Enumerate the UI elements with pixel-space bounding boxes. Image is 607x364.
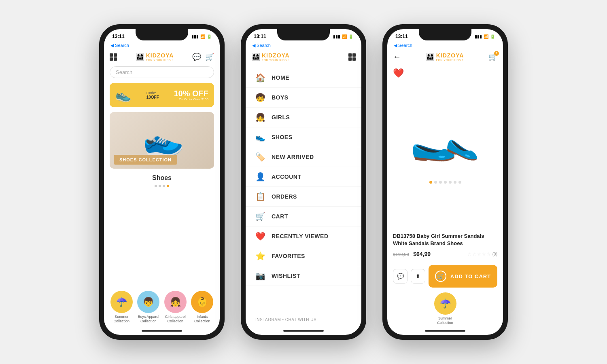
- grid-icon-1[interactable]: [110, 53, 117, 61]
- menu-item-cart[interactable]: 🛒 CART: [246, 207, 361, 226]
- category-label-boys: Boys ApparelCollection: [138, 315, 159, 324]
- category-circle-summer-3: ☂️: [434, 292, 456, 315]
- category-label-summer-3: SummerCollection: [437, 316, 453, 325]
- menu-label-orders: ORDERS: [272, 193, 297, 200]
- search-bar-1[interactable]: Search: [110, 66, 214, 78]
- dot-4-active: [167, 185, 169, 187]
- favorites-icon: ⭐: [255, 251, 265, 261]
- logo-people-icon: 👨‍👩‍👧: [136, 53, 144, 61]
- logo-tagline-3: FOR YOUR KIDS !: [436, 59, 464, 61]
- cart-badge: 1: [494, 51, 499, 56]
- logo-tagline-1: FOR YOUR KIDS !: [146, 59, 174, 61]
- menu-label-favorites: FAVORITES: [272, 253, 305, 259]
- menu-item-account[interactable]: 👤 ACCOUNT: [246, 167, 361, 187]
- menu-item-favorites[interactable]: ⭐ FAVORITES: [246, 246, 361, 266]
- chat-action-btn[interactable]: 💬: [393, 269, 407, 284]
- back-bar-2[interactable]: ◀ Search: [246, 42, 361, 50]
- menu-label-new-arrived: NEW ARRIVED: [272, 154, 314, 160]
- menu-item-girls[interactable]: 👧 GIRLS: [246, 108, 361, 127]
- heart-button[interactable]: ❤️: [393, 68, 404, 78]
- category-boys[interactable]: 👦 Boys ApparelCollection: [135, 291, 162, 324]
- phone-3: 13:11 ▮▮▮ 📶 🔋 ◀ Search ← 👨‍👩‍👧 KIDZOYA: [382, 24, 508, 340]
- wifi-icon: 📶: [200, 34, 205, 39]
- star-3: ☆: [477, 252, 481, 257]
- home-indicator-1: [104, 327, 220, 335]
- chat-icon[interactable]: 💬: [192, 53, 201, 61]
- signal-icon: ▮▮▮: [191, 34, 199, 39]
- banner-code-label: Code:: [146, 91, 159, 95]
- new-arrived-icon: 🏷️: [255, 152, 265, 162]
- img-dot-6: [454, 181, 456, 184]
- category-label-summer: SummerCollection: [113, 315, 129, 324]
- menu-item-new-arrived[interactable]: 🏷️ NEW ARRIVED: [246, 147, 361, 167]
- price-new: $64,99: [413, 251, 431, 257]
- menu-item-orders[interactable]: 📋 ORDERS: [246, 187, 361, 207]
- reviews-count: (0): [492, 252, 497, 256]
- menu-label-account: ACCOUNT: [272, 174, 301, 180]
- category-girls[interactable]: 👧 Girls apparelCollection: [162, 291, 189, 324]
- status-icons-3: ▮▮▮ 📶 🔋: [475, 34, 495, 39]
- star-4: ☆: [482, 252, 486, 257]
- dot-1: [155, 185, 157, 187]
- menu-label-girls: GIRLS: [272, 114, 290, 121]
- price-section: $110,99 $64,99: [393, 250, 431, 258]
- category-summer[interactable]: ☂️ SummerCollection: [108, 291, 135, 324]
- product-image: 🥿 🥿: [405, 109, 486, 178]
- menu-item-shoes[interactable]: 👟 SHOES: [246, 127, 361, 147]
- product-header: ← 👨‍👩‍👧 KIDZOYA FOR YOUR KIDS ! 🛒 1: [387, 50, 503, 64]
- category-circle-infants: 👶: [191, 291, 213, 313]
- back-bar-1[interactable]: ◀ Search: [104, 42, 220, 50]
- star-2: ☆: [472, 252, 476, 257]
- section-title-1: Shoes: [104, 174, 220, 182]
- category-infants[interactable]: 👶 InfantsCollection: [189, 291, 216, 324]
- phone-1: 13:11 ▮▮▮ 📶 🔋 ◀ Search 👨‍👩‍👧: [99, 24, 225, 340]
- phone-2: 13:11 ▮▮▮ 📶 🔋 ◀ Search 👨‍👩‍👧 KIDZOYA FOR: [241, 24, 366, 340]
- product-actions: 💬 ⬆ 🛒 ADD TO CART: [387, 262, 503, 291]
- menu-label-cart: CART: [272, 213, 288, 220]
- menu-label-recently-viewed: RECENTLY VIEWED: [272, 233, 329, 239]
- cart-icon-1[interactable]: 🛒: [205, 53, 214, 61]
- menu-item-recently-viewed[interactable]: ❤️ RECENTLY VIEWED: [246, 226, 361, 246]
- add-to-cart-button[interactable]: 🛒 ADD TO CART: [429, 265, 497, 288]
- menu-item-home[interactable]: 🏠 HOME: [246, 68, 361, 88]
- menu-label-shoes: SHOES: [272, 134, 293, 140]
- notch-3: [419, 29, 471, 40]
- orders-icon: 📋: [255, 192, 265, 201]
- img-dot-2: [434, 181, 437, 184]
- logo-tagline-2: FOR YOUR KIDS !: [262, 59, 290, 61]
- logo-1: 👨‍👩‍👧 KIDZOYA FOR YOUR KIDS !: [136, 52, 174, 61]
- share-action-btn[interactable]: ⬆: [411, 269, 425, 284]
- stars-area: ☆ ☆ ☆ ☆ ☆ (0): [467, 252, 497, 257]
- battery-icon-2: 🔋: [348, 34, 353, 39]
- category-circle-boys: 👦: [137, 291, 159, 313]
- dot-3: [163, 185, 165, 187]
- logo-2: 👨‍👩‍👧 KIDZOYA FOR YOUR KIDS !: [251, 52, 290, 61]
- boys-icon: 🧒: [255, 93, 265, 102]
- menu-label-boys: BOYS: [272, 94, 289, 101]
- promo-banner-1: 👟 Code: 10OFF 10% OFF On Order Over $100: [110, 83, 214, 107]
- logo-name-3: KIDZOYA: [436, 52, 464, 59]
- grid-icon-2[interactable]: [348, 53, 356, 61]
- category-summer-3[interactable]: ☂️ SummerCollection: [391, 292, 499, 325]
- banner-desc: On Order Over $100: [174, 97, 208, 101]
- category-label-infants: InfantsCollection: [194, 315, 210, 324]
- menu-label-home: HOME: [272, 74, 289, 81]
- notch-1: [136, 29, 188, 40]
- wishlist-icon: 📷: [255, 271, 265, 281]
- category-row-1: ☂️ SummerCollection 👦 Boys ApparelCollec…: [104, 288, 220, 327]
- back-button[interactable]: ←: [393, 52, 401, 61]
- banner-discount: 10% OFF: [174, 89, 208, 97]
- product-info: DB13758 Baby Girl Summer Sandals White S…: [387, 229, 503, 262]
- battery-icon-3: 🔋: [490, 34, 495, 39]
- menu-item-wishlist[interactable]: 📷 WISHLIST: [246, 266, 361, 286]
- cart-menu-icon: 🛒: [255, 212, 265, 221]
- back-bar-3[interactable]: ◀ Search: [387, 42, 503, 50]
- status-icons-1: ▮▮▮ 📶 🔋: [191, 34, 212, 39]
- hero-label-1[interactable]: SHOES COLLECTION: [114, 155, 177, 165]
- signal-icon-3: ▮▮▮: [475, 34, 482, 39]
- status-time-2: 13:11: [254, 34, 266, 39]
- recently-viewed-icon: ❤️: [255, 231, 265, 241]
- menu-item-boys[interactable]: 🧒 BOYS: [246, 88, 361, 108]
- logo-name-2: KIDZOYA: [262, 52, 290, 59]
- header-icons-1: 💬 🛒: [192, 53, 214, 61]
